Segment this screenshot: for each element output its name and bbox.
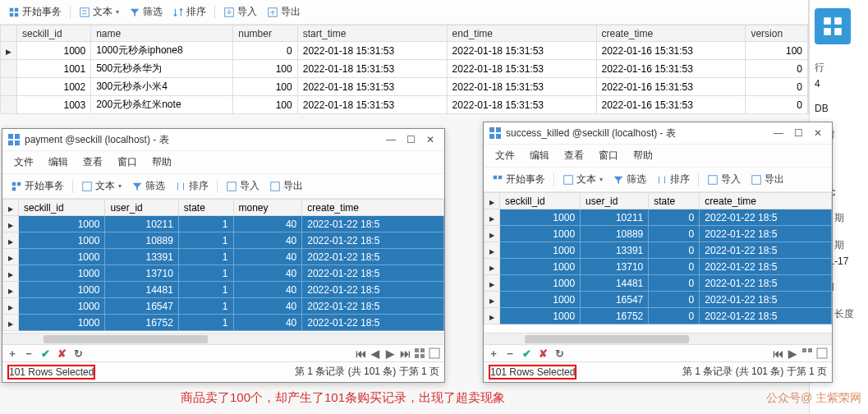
page-last-icon[interactable]: ⏭: [398, 347, 411, 360]
minimize-button[interactable]: —: [769, 126, 788, 140]
table-row[interactable]: 1000133911402022-01-22 18:5: [3, 249, 444, 265]
table-row[interactable]: 1000108891402022-01-22 18:5: [3, 232, 444, 249]
close-button[interactable]: ✕: [809, 126, 827, 140]
close-button[interactable]: ✕: [421, 132, 439, 147]
menu-item[interactable]: 查看: [558, 146, 590, 165]
delete-row-icon[interactable]: −: [22, 347, 35, 360]
export-button[interactable]: 导出: [266, 177, 306, 195]
col-start-time[interactable]: start_time: [297, 25, 447, 42]
sort-button[interactable]: 排序: [172, 177, 212, 195]
filter-button[interactable]: 筛选: [609, 171, 650, 188]
col-header[interactable]: user_id: [105, 200, 178, 216]
col-header[interactable]: seckill_id: [500, 193, 581, 209]
col-header[interactable]: state: [178, 200, 233, 216]
grid-view-icon[interactable]: [413, 347, 426, 360]
svg-rect-20: [83, 182, 92, 191]
sort-button[interactable]: 排序: [653, 171, 693, 188]
success-title-bar[interactable]: success_killed @seckill (localhost) - 表 …: [484, 122, 832, 145]
add-row-icon[interactable]: +: [487, 347, 500, 360]
table-row[interactable]: 10001371002022-01-22 18:5: [485, 259, 832, 275]
table-row[interactable]: 10001448102022-01-22 18:5: [485, 275, 832, 292]
payment-title-bar[interactable]: payment @seckill (localhost) - 表 — ☐ ✕: [2, 129, 444, 151]
table-row[interactable]: 1000165471402022-01-22 18:5: [3, 298, 444, 315]
table-row[interactable]: 10001654702022-01-22 18:5: [485, 292, 832, 308]
main-data-table[interactable]: seckill_id name number start_time end_ti…: [0, 25, 808, 114]
import-button[interactable]: 导入: [704, 171, 744, 188]
export-button[interactable]: 导出: [747, 171, 788, 188]
refresh-icon[interactable]: ↻: [71, 347, 85, 360]
grid-view-icon[interactable]: [801, 347, 814, 360]
menu-item[interactable]: 帮助: [145, 153, 178, 172]
filter-button[interactable]: 筛选: [128, 177, 168, 195]
start-task-button[interactable]: 开始事务: [489, 171, 549, 188]
col-header[interactable]: money: [233, 200, 302, 216]
import-button[interactable]: 导入: [223, 177, 263, 195]
table-row[interactable]: 10001000元秒杀iphone802022-01-18 15:31:5320…: [1, 42, 808, 60]
filter-icon: [131, 181, 143, 192]
cancel-icon[interactable]: ✘: [536, 347, 549, 360]
menu-item[interactable]: 窗口: [592, 146, 625, 165]
table-row[interactable]: 1000102111402022-01-22 18:5: [3, 216, 444, 232]
menu-item[interactable]: 帮助: [627, 146, 659, 165]
filter-button[interactable]: 筛选: [126, 3, 166, 21]
add-row-icon[interactable]: +: [6, 347, 19, 360]
start-task-button[interactable]: 开始事务: [5, 3, 65, 21]
table-row[interactable]: 1002300元秒杀小米41002022-01-18 15:31:532022-…: [1, 78, 808, 96]
form-view-icon[interactable]: [428, 347, 441, 360]
maximize-button[interactable]: ☐: [789, 126, 807, 140]
menu-item[interactable]: 文件: [489, 146, 521, 165]
page-next-icon[interactable]: ▶: [383, 347, 397, 360]
col-header[interactable]: state: [649, 193, 700, 209]
table-row[interactable]: 10001339102022-01-22 18:5: [485, 242, 832, 259]
sort-button[interactable]: 排序: [169, 3, 209, 21]
col-header[interactable]: seckill_id: [19, 200, 105, 216]
page-next-icon[interactable]: ▶: [786, 347, 799, 360]
text-button[interactable]: 文本▾: [76, 3, 122, 21]
start-task-button[interactable]: 开始事务: [7, 177, 67, 195]
page-prev-icon[interactable]: ◀: [369, 347, 382, 360]
export-button[interactable]: 导出: [264, 3, 304, 21]
success-table[interactable]: seckill_iduser_idstatecreate_time 100010…: [484, 192, 832, 324]
svg-rect-15: [8, 140, 13, 145]
page-first-icon[interactable]: ⏮: [354, 347, 367, 360]
col-number[interactable]: number: [233, 25, 297, 42]
col-header[interactable]: create_time: [700, 193, 832, 209]
col-name[interactable]: name: [91, 25, 233, 42]
menu-item[interactable]: 文件: [7, 153, 40, 172]
table-row[interactable]: 1000144811402022-01-22 18:5: [3, 282, 444, 298]
confirm-icon[interactable]: ✔: [520, 347, 533, 360]
col-header[interactable]: create_time: [302, 200, 444, 216]
table-row[interactable]: 1000167521402022-01-22 18:5: [3, 315, 444, 331]
col-end-time[interactable]: end_time: [447, 25, 596, 42]
menu-item[interactable]: 查看: [76, 153, 109, 172]
svg-rect-13: [8, 134, 13, 139]
refresh-icon[interactable]: ↻: [553, 347, 566, 360]
col-header[interactable]: user_id: [581, 193, 649, 209]
col-version[interactable]: version: [746, 25, 808, 42]
maximize-button[interactable]: ☐: [402, 132, 420, 147]
table-row[interactable]: 1003200元秒杀红米note1002022-01-18 15:31:5320…: [1, 96, 808, 114]
confirm-icon[interactable]: ✔: [39, 347, 52, 360]
cancel-icon[interactable]: ✘: [55, 347, 68, 360]
menu-item[interactable]: 窗口: [111, 153, 144, 172]
form-view-icon[interactable]: [815, 347, 829, 360]
table-row[interactable]: 10001675202022-01-22 18:5: [485, 308, 832, 324]
col-seckill-id[interactable]: seckill_id: [17, 25, 91, 42]
minimize-button[interactable]: —: [382, 132, 400, 147]
menu-item[interactable]: 编辑: [523, 146, 556, 165]
menu-item[interactable]: 编辑: [42, 153, 75, 172]
page-first-icon[interactable]: ⏮: [771, 347, 784, 360]
delete-row-icon[interactable]: −: [503, 347, 517, 360]
text-button[interactable]: 文本▾: [78, 177, 125, 195]
payment-table[interactable]: seckill_iduser_idstatemoneycreate_time 1…: [2, 199, 444, 331]
text-button[interactable]: 文本▾: [559, 171, 606, 188]
table-row[interactable]: 10001088902022-01-22 18:5: [485, 226, 832, 242]
import-button[interactable]: 导入: [220, 3, 260, 21]
horizontal-scrollbar[interactable]: [2, 333, 444, 344]
table-row[interactable]: 1001500元秒杀华为1002022-01-18 15:31:532022-0…: [1, 60, 808, 78]
horizontal-scrollbar[interactable]: [484, 333, 832, 344]
table-row[interactable]: 10001021102022-01-22 18:5: [485, 209, 832, 226]
svg-rect-21: [227, 182, 237, 191]
col-create-time[interactable]: create_time: [596, 25, 746, 42]
table-row[interactable]: 1000137101402022-01-22 18:5: [3, 265, 444, 282]
